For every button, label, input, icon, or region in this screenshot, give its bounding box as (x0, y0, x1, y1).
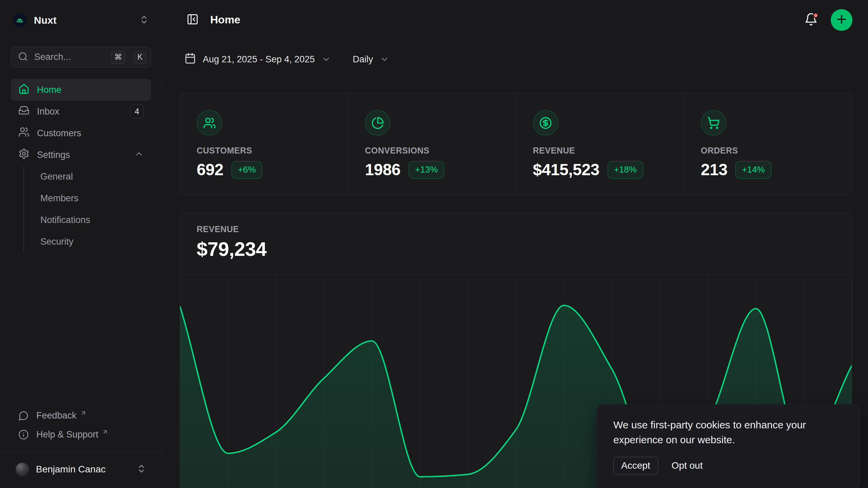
search-icon (18, 52, 28, 63)
sidebar-item-label: Customers (37, 128, 144, 139)
notifications-button[interactable] (803, 12, 819, 28)
external-link-icon (102, 427, 108, 438)
chevrons-up-down-icon (136, 464, 146, 475)
stat-revenue[interactable]: REVENUE $415,523 +18% (516, 93, 684, 195)
stat-delta-badge: +14% (735, 161, 771, 179)
opt-out-button[interactable]: Opt out (672, 457, 703, 474)
inbox-icon (18, 105, 29, 118)
granularity-select[interactable]: Daily (353, 54, 389, 65)
kbd-k: K (134, 51, 146, 64)
divider (0, 452, 162, 453)
stat-value: $415,523 (533, 160, 599, 179)
feedback-link[interactable]: Feedback (11, 408, 151, 427)
workspace-switcher[interactable]: Nuxt (11, 10, 151, 30)
sidebar: Nuxt Search... ⌘ K Home (0, 0, 162, 488)
sidebar-item-home[interactable]: Home (11, 79, 151, 101)
search-input[interactable]: Search... ⌘ K (11, 47, 151, 67)
sidebar-item-inbox[interactable]: Inbox 4 (11, 101, 151, 122)
search-placeholder: Search... (34, 52, 105, 62)
plus-icon (835, 13, 848, 27)
chart-current-value: $79,234 (197, 238, 852, 260)
stat-orders[interactable]: ORDERS 213 +14% (684, 93, 852, 195)
cookie-message-line2: experience on our website. (613, 432, 844, 447)
user-name: Benjamin Canac (36, 464, 130, 475)
chevrons-up-down-icon (139, 15, 149, 26)
calendar-icon (184, 53, 196, 66)
users-icon (197, 110, 222, 136)
workspace-name: Nuxt (34, 15, 132, 26)
sidebar-item-settings[interactable]: Settings (11, 144, 151, 166)
granularity-value: Daily (353, 54, 373, 65)
stat-delta-badge: +6% (232, 161, 262, 179)
date-range-value: Aug 21, 2025 - Sep 4, 2025 (203, 54, 315, 65)
stat-label: REVENUE (533, 146, 684, 156)
stat-value: 213 (701, 160, 728, 179)
stats-card: CUSTOMERS 692 +6% CONVERSIONS 1986 +13% (180, 93, 852, 195)
stat-customers[interactable]: CUSTOMERS 692 +6% (180, 93, 348, 195)
cart-icon (701, 110, 726, 136)
cookie-banner: We use first-party cookies to enhance yo… (597, 404, 860, 488)
notification-dot (813, 13, 818, 18)
accept-button[interactable]: Accept (613, 457, 658, 474)
pie-chart-icon (365, 110, 390, 136)
chevron-down-icon (380, 55, 389, 64)
kbd-meta: ⌘ (111, 51, 125, 64)
avatar (16, 463, 29, 476)
feedback-label: Feedback (36, 410, 77, 421)
sidebar-item-general[interactable]: General (24, 166, 151, 187)
sidebar-item-label: Home (37, 85, 144, 95)
date-range-picker[interactable]: Aug 21, 2025 - Sep 4, 2025 (184, 53, 331, 66)
cookie-message-line1: We use first-party cookies to enhance yo… (613, 418, 844, 432)
stat-label: CONVERSIONS (365, 146, 516, 156)
inbox-count-badge: 4 (130, 105, 144, 119)
stat-value: 1986 (365, 160, 400, 179)
stat-label: ORDERS (701, 146, 852, 156)
add-button[interactable] (831, 9, 852, 31)
sidebar-item-label: Settings (37, 150, 127, 160)
header-actions (803, 9, 852, 31)
dashboard-screen: Nuxt Search... ⌘ K Home (0, 0, 868, 488)
stat-delta-badge: +13% (409, 161, 444, 179)
stat-label: CUSTOMERS (197, 146, 348, 156)
nuxt-logo-icon (13, 13, 27, 27)
sidebar-nav: Home Inbox 4 Customers Settings (11, 79, 151, 252)
chevron-up-icon (134, 149, 144, 161)
sidebar-item-label: Inbox (37, 106, 123, 117)
help-support-label: Help & Support (36, 429, 98, 440)
chart-title: REVENUE (197, 224, 852, 234)
stat-value: 692 (197, 160, 223, 179)
collapse-sidebar-button[interactable] (184, 12, 201, 28)
sidebar-item-security[interactable]: Security (24, 231, 151, 252)
users-icon (18, 126, 29, 140)
page-title: Home (210, 14, 240, 26)
filters-toolbar: Aug 21, 2025 - Sep 4, 2025 Daily (163, 40, 868, 79)
chevron-down-icon (321, 55, 331, 64)
user-menu[interactable]: Benjamin Canac (11, 458, 151, 481)
page-header: Home (163, 0, 868, 40)
settings-sub-list: General Members Notifications Security (23, 166, 151, 252)
panel-left-icon (186, 13, 199, 26)
home-icon (18, 83, 29, 97)
sidebar-item-members[interactable]: Members (24, 187, 151, 209)
sidebar-item-customers[interactable]: Customers (11, 122, 151, 144)
stat-delta-badge: +18% (608, 161, 643, 179)
sidebar-item-notifications[interactable]: Notifications (24, 209, 151, 231)
info-circle-icon (18, 429, 29, 442)
gear-icon (18, 148, 29, 162)
sidebar-footer: Feedback Help & Support Benjamin Canac (11, 408, 151, 481)
dollar-circle-icon (533, 110, 558, 136)
help-support-link[interactable]: Help & Support (11, 427, 151, 446)
external-link-icon (80, 408, 87, 419)
stat-conversions[interactable]: CONVERSIONS 1986 +13% (348, 93, 516, 195)
message-bubble-icon (18, 410, 29, 423)
